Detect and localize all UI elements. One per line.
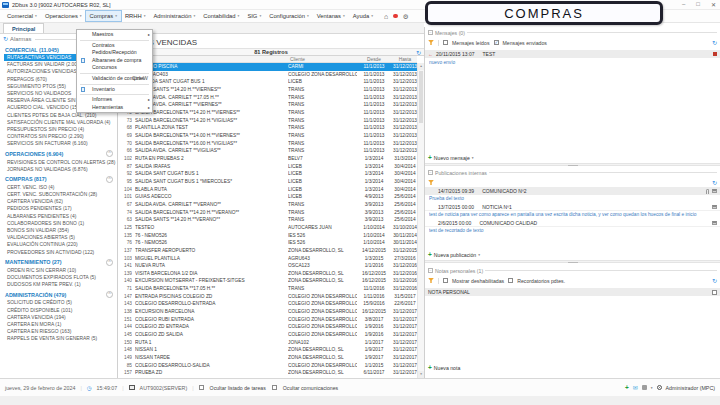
plus-icon[interactable]: + — [625, 385, 629, 391]
filter-icon[interactable] — [428, 180, 434, 186]
alarm-item-cartera-en-riesgo-163[interactable]: CARTERA EN RIESGO (163) — [0, 328, 117, 335]
alarm-item-documentos-expirados-flota-5[interactable]: DOCUMENTOS EXPIRADOS FLOTA (5) — [0, 274, 117, 281]
table-row[interactable]: 13576 - NEMO526IES 5261/10/201430/11/201… — [118, 231, 417, 239]
minimize-button[interactable]: – — [682, 1, 685, 8]
mail-icon[interactable]: ✉ — [633, 385, 638, 391]
alarm-item-pedidos-pendientes-17[interactable]: PEDIDOS PENDIENTES (17) — [0, 205, 117, 212]
table-row[interactable]: 71SALIDA BARCELONETA **17.05 H.**TRANS11… — [118, 285, 417, 293]
menu-ventanas[interactable]: Ventanas▾ — [313, 11, 349, 21]
tab-principal[interactable]: Principal — [3, 23, 44, 33]
publication-item[interactable]: 2/6/2015 00:00COMUNICADO CALIDAD — [425, 219, 720, 227]
menu-ayuda[interactable]: Ayuda▾ — [349, 11, 377, 21]
publication-item[interactable]: 13/7/2015 00:00NOTICIA Nº1 — [425, 203, 720, 211]
apps-icon[interactable] — [642, 385, 647, 390]
column-header-hasta[interactable]: Hasta — [389, 57, 421, 62]
table-row[interactable]: 148NISSAN 1ZONA DESARROLLO, SL1/9/201731… — [118, 346, 417, 354]
alarm-item-bonos-sin-validar-354[interactable]: BONOS SIN VALIDAR (354) — [0, 227, 117, 234]
publication-item[interactable]: 14/7/2015 09:39COMUNICADO Nº2 — [425, 187, 720, 195]
table-row[interactable]: SALIDA AO403COLEGIO ZONA DESARROLLO11/1/… — [118, 71, 417, 79]
alarm-section-administraci-n-479[interactable]: ADMINISTRACIÓN (479)^ — [0, 288, 117, 299]
table-row[interactable]: ENTRADA SANT CUGAT BUS 1LICEB11/1/201331… — [118, 78, 417, 86]
maximize-button[interactable]: □ — [696, 1, 700, 8]
menu-operaciones[interactable]: Operaciones▾ — [41, 11, 86, 21]
alarm-item-satisfacci-n-cliente-mal-valorada-4[interactable]: SATISFACCIÓN CLIENTE MAL VALORADA (4) — [0, 119, 117, 126]
scrollbar-thumb[interactable] — [419, 71, 423, 123]
alarm-item-proveedores-sin-actividad-122[interactable]: PROVEEDORES SIN ACTIVIDAD (122) — [0, 249, 117, 256]
alarm-item-orden-r-c-sin-cerrar-10[interactable]: ORDEN R/C SIN CERRAR (10) — [0, 267, 117, 274]
table-row[interactable]: 87SALIDA IRAFASLICEB1/3/201430/4/2014 — [118, 163, 417, 171]
menu-item-albaranes-de-compra[interactable]: Albaranes de compra — [77, 57, 152, 65]
table-row[interactable]: 73SALIDA BARCELONETA **14.20 H.*VIGILIAS… — [118, 117, 417, 125]
menu-item-inventario[interactable]: Inventario — [77, 86, 152, 94]
refresh-icon[interactable]: ↻ — [3, 36, 8, 42]
table-row[interactable]: 7676 - NEMO526IES 5261/10/201430/11/2014 — [118, 239, 417, 247]
alarm-item-servicios-sin-facturar-6-160[interactable]: SERVICIOS SIN FACTURAR (6.160) — [0, 140, 117, 147]
menu-item-concursos[interactable]: Concursos — [77, 64, 152, 72]
printer-icon[interactable] — [712, 221, 718, 225]
table-row[interactable]: 74SALIDA BARCELONETA **14.20 H.**VERANO*… — [118, 208, 417, 216]
menu-administraci-n[interactable]: Administración▾ — [150, 11, 200, 21]
menu-contabilidad[interactable]: Contabilidad▾ — [199, 11, 243, 21]
filter-icon[interactable] — [428, 278, 434, 284]
refresh-icon[interactable]: ↻ — [712, 40, 717, 46]
collapse-icon[interactable]: ^ — [106, 259, 113, 266]
notes-checkbox-recordatorios-pdtes[interactable] — [508, 278, 513, 283]
table-row[interactable]: 72SALIDA BARCELONETA **14.20 H.**VIERNES… — [118, 109, 417, 117]
alarm-item-presupuestos-sin-precio-4[interactable]: PRESUPUESTOS SIN PRECIO (4) — [0, 126, 117, 133]
new-note-button[interactable]: + Nueva nota — [428, 364, 460, 372]
table-row[interactable]: 70SALIDA BARCELONETA **16.00 H.*VIGILIAS… — [118, 140, 417, 148]
alarm-item-rappels-de-venta-sin-generar-5[interactable]: RAPPELS DE VENTA SIN GENERAR (5) — [0, 335, 117, 342]
panel-splitter[interactable] — [425, 260, 720, 263]
alerts-icon[interactable] — [393, 14, 398, 19]
alarm-item-cartera-vencida-62[interactable]: CARTERA VENCIDA (62) — [0, 198, 117, 205]
column-header-cliente[interactable]: Cliente — [290, 57, 305, 62]
table-row[interactable]: 151COLEGIO RUBI ENTRADACOLEGIO ZONA DESA… — [118, 316, 417, 324]
table-scrollbar[interactable]: ▲ ▼ — [417, 63, 424, 378]
table-row[interactable]: 85COLEGIO DESARROLLO-SALIDACOLEGIO ZONA … — [118, 362, 417, 370]
alarm-item-solicitud-de-cr-dito-5[interactable]: SOLICITUD DE CRÉDITO (5) — [0, 299, 117, 306]
alarm-item-cert-venc-iso-4[interactable]: CERT. VENC. ISO (4) — [0, 184, 117, 191]
menu-configuraci-n[interactable]: Configuración▾ — [265, 11, 313, 21]
table-row[interactable]: 92SALIDA SANT CUGAT BUS 1LICEB1/3/201430… — [118, 170, 417, 178]
collapse-icon[interactable]: − — [428, 30, 433, 35]
notes-checkbox-mostrar-deshabilitadas[interactable] — [443, 278, 448, 283]
table-row[interactable]: 101GUIAS ADECCOLICEB4/9/201325/6/2014 — [118, 193, 417, 201]
alarm-item-cartera-vencida-194[interactable]: CARTERA VENCIDA (194) — [0, 314, 117, 321]
collapse-icon[interactable]: − — [428, 268, 433, 273]
menu-sig[interactable]: SIG▾ — [243, 11, 265, 21]
collapse-icon[interactable]: ^ — [106, 291, 113, 298]
messages-checkbox-mensajes-le-dos[interactable] — [443, 40, 448, 45]
table-row[interactable]: 141NUEVA RUTAOSCA1231/1/201631/12/2016 — [118, 262, 417, 270]
alarm-item-cartera-en-mora-1[interactable]: CARTERA EN MORA (1) — [0, 321, 117, 328]
printer-icon[interactable] — [712, 205, 718, 209]
status-checkbox-ocultar-comunicaciones[interactable] — [272, 385, 277, 390]
table-row[interactable]: 139VISITA BARCELONA 1/2 DIAZONA DESARROL… — [118, 270, 417, 278]
table-row[interactable]: 143COLEGIO DESARROLLO-ENTRADACOLEGIO ZON… — [118, 300, 417, 308]
new-message-button[interactable]: + Nuevo mensaje ▾ — [428, 154, 474, 162]
column-header-desde[interactable]: Desde — [358, 57, 390, 62]
table-row[interactable]: 104BLABLA RUTALICEB1/3/201430/4/2014 — [118, 186, 417, 194]
table-row[interactable]: 65SALIDA AVDA. CARRILET **VIERNES**TRANS… — [118, 101, 417, 109]
table-row[interactable]: 147ENTRADA PISCINAS COLEGIO ZDCOLEGIO ZO… — [118, 293, 417, 301]
note-checkbox[interactable] — [712, 290, 717, 295]
table-row[interactable]: 150RUTA 1JONA1021/1/201731/12/2017 — [118, 339, 417, 347]
alarm-section-compras-817[interactable]: COMPRAS (817)^ — [0, 173, 117, 184]
alarm-item-albaranes-pendientes-4[interactable]: ALBARANES PENDIENTES (4) — [0, 213, 117, 220]
menu-item-validaci-n-de-compras[interactable]: Validación de comprasCtrl+W — [77, 75, 152, 83]
alarm-section-operaciones-6-904[interactable]: OPERACIONES (6.904)^ — [0, 147, 117, 158]
menu-item-contratos[interactable]: Contratos — [77, 42, 152, 50]
menu-item-informes[interactable]: Informes▸ — [77, 96, 152, 104]
alarm-item-revisiones-de-control-con-alertas-28[interactable]: REVISIONES DE CONTROL CON ALERTAS (28) — [0, 158, 117, 165]
alarm-item-colaboradores-sin-bono-1[interactable]: COLABORADORES SIN BONO (1) — [0, 220, 117, 227]
messages-checkbox-mensajes-enviados[interactable]: ✓ — [494, 40, 499, 45]
table-row[interactable]: 140EXCURSION MOTSERRAT - FREIXENET-SITGE… — [118, 277, 417, 285]
table-row[interactable]: 125TESTEOAUTOCARES JUAN1/10/201431/10/20… — [118, 224, 417, 232]
menu-item-herramientas[interactable]: Herramientas▸ — [77, 104, 152, 112]
menu-rrhh[interactable]: RRHH▾ — [121, 11, 150, 21]
menu-comercial[interactable]: Comercial▾ — [3, 11, 41, 21]
menu-item-pedidos-recepci-n[interactable]: Pedidos/Recepción — [77, 49, 152, 57]
refresh-icon[interactable]: ↻ — [712, 278, 717, 284]
table-row[interactable]: 66SALIDA AVDA. CARRILET **VIGILIAS**TRAN… — [118, 147, 417, 155]
collapse-icon[interactable]: ^ — [106, 150, 113, 157]
new-publication-button[interactable]: + Nueva publicación ▾ — [428, 251, 480, 259]
